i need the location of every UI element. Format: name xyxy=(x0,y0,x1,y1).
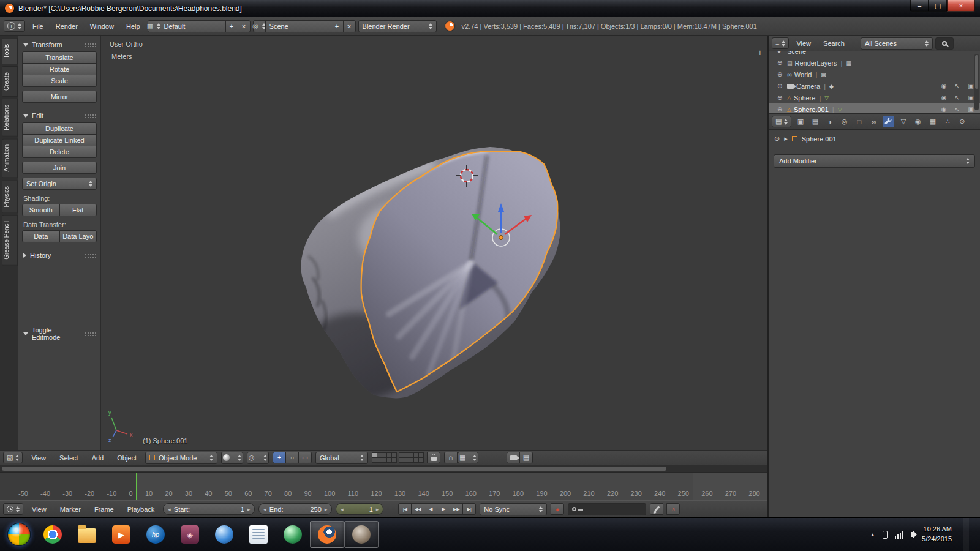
tab-world[interactable]: ◎ xyxy=(839,116,850,127)
history-panel-header[interactable]: History xyxy=(22,249,97,262)
join-button[interactable]: Join xyxy=(22,162,97,174)
operator-panel-header[interactable]: Toggle Editmode xyxy=(22,323,97,344)
taskbar-explorer[interactable] xyxy=(70,521,104,548)
pivot-point-selector[interactable]: ◎ xyxy=(247,452,269,464)
layer-grid-right[interactable] xyxy=(399,453,423,463)
outliner-filter-selector[interactable]: All Scenes xyxy=(861,37,933,50)
current-frame-playhead[interactable] xyxy=(136,473,137,500)
shade-flat-button[interactable]: Flat xyxy=(59,204,97,216)
expand-icon[interactable]: ⊕ xyxy=(777,106,785,113)
tab-object-data[interactable]: ▽ xyxy=(897,116,909,127)
titlebar[interactable]: Blender* [C:\Users\Robbie Bergeron\Docum… xyxy=(0,0,980,17)
timeline-marker-menu[interactable]: Marker xyxy=(55,504,86,515)
tab-scene[interactable]: ◑ xyxy=(824,116,835,127)
remove-layout-button[interactable]: × xyxy=(238,20,251,32)
outliner-scrollbar[interactable] xyxy=(974,54,979,110)
jump-to-start-button[interactable]: |◀ xyxy=(398,503,412,515)
render-still-button[interactable] xyxy=(507,452,520,463)
add-scene-button[interactable]: + xyxy=(331,20,344,32)
tab-particles[interactable]: ∴ xyxy=(941,116,953,127)
keying-set-field[interactable] xyxy=(568,503,646,515)
visibility-eye-icon[interactable]: ◉ xyxy=(938,106,949,113)
select-menu[interactable]: Select xyxy=(55,452,83,463)
timeline-playback-menu[interactable]: Playback xyxy=(123,504,160,515)
outliner-item-sphere[interactable]: ⊕ △ Sphere | ▽ ◉ ↖ ▣ xyxy=(769,92,980,103)
end-frame-field[interactable]: ◂ End: 250 ▸ xyxy=(258,503,332,515)
view-menu[interactable]: View xyxy=(26,452,51,463)
taskbar-blender[interactable] xyxy=(310,521,344,548)
timeline-editor-type-button[interactable] xyxy=(3,503,23,515)
play-button[interactable]: ▶ xyxy=(437,503,450,515)
mode-selector[interactable]: Object Mode xyxy=(145,452,217,464)
shade-smooth-button[interactable]: Smooth xyxy=(22,204,60,216)
clock[interactable]: 10:26 AM 5/24/2015 xyxy=(922,525,952,544)
tab-create[interactable]: Create xyxy=(2,66,18,97)
expand-icon[interactable]: ⊕ xyxy=(777,83,785,89)
insert-keyframe-button[interactable] xyxy=(650,503,663,515)
tab-animation[interactable]: Animation xyxy=(2,138,18,178)
timeline-frame-menu[interactable]: Frame xyxy=(89,504,119,515)
remove-scene-button[interactable]: × xyxy=(343,20,356,32)
3d-viewport[interactable]: x y z User Ortho Meters (1) Sphere.001 + xyxy=(101,36,767,450)
expand-icon[interactable]: ⊕ xyxy=(777,71,785,78)
start-button[interactable] xyxy=(7,523,31,546)
lock-to-scene-toggle[interactable] xyxy=(427,452,440,463)
selectability-arrow-icon[interactable]: ↖ xyxy=(952,83,963,89)
tab-render-layers[interactable]: ▤ xyxy=(809,116,821,127)
volume-icon[interactable] xyxy=(911,532,914,537)
panel-grip-icon[interactable] xyxy=(85,332,96,336)
panel-grip-icon[interactable] xyxy=(85,114,96,118)
edit-panel-header[interactable]: Edit xyxy=(22,109,97,122)
scrollbar-handle[interactable] xyxy=(975,55,978,89)
timeline-view-menu[interactable]: View xyxy=(27,504,51,515)
outliner-search-button[interactable] xyxy=(935,37,954,50)
taskbar-chrome[interactable] xyxy=(36,521,70,548)
scene-name[interactable]: Scene xyxy=(265,20,331,32)
visibility-eye-icon[interactable]: ◉ xyxy=(938,94,949,101)
taskbar-hp[interactable]: hp xyxy=(138,521,173,548)
scale-manipulator-toggle[interactable]: ▭ xyxy=(298,452,312,463)
show-hidden-icons-button[interactable]: ▲ xyxy=(870,532,875,538)
add-layout-button[interactable]: + xyxy=(225,20,238,32)
tab-texture[interactable]: ▦ xyxy=(927,116,938,127)
add-modifier-dropdown[interactable]: Add Modifier xyxy=(774,154,975,168)
outliner-item-camera[interactable]: ⊕ Camera | ◆ ◉ ↖ ▣ xyxy=(769,80,980,92)
screen-layout-name[interactable]: Default xyxy=(160,20,226,32)
timeline-scrollbar[interactable] xyxy=(0,465,767,473)
panel-grip-icon[interactable] xyxy=(85,43,96,47)
taskbar-wordpad[interactable] xyxy=(241,521,276,548)
next-keyframe-button[interactable]: ▶▶ xyxy=(450,503,463,515)
expand-icon[interactable]: ⊕ xyxy=(777,59,785,66)
properties-editor-type-button[interactable]: ▤ xyxy=(772,116,791,127)
menu-window[interactable]: Window xyxy=(85,21,119,32)
tab-tools[interactable]: Tools xyxy=(2,38,18,64)
tab-constraints[interactable]: ∞ xyxy=(868,116,880,127)
menu-help[interactable]: Help xyxy=(121,21,145,32)
play-reverse-button[interactable]: ◀ xyxy=(424,503,437,515)
delete-button[interactable]: Delete xyxy=(22,146,97,158)
mirror-button[interactable]: Mirror xyxy=(22,91,97,103)
tab-modifiers[interactable] xyxy=(883,116,894,127)
start-frame-field[interactable]: ◂ Start: 1 ▸ xyxy=(163,503,255,515)
taskbar-app-1[interactable]: ◈ xyxy=(173,521,207,548)
selectability-arrow-icon[interactable]: ↖ xyxy=(952,106,963,113)
outliner-search-menu[interactable]: Search xyxy=(818,38,850,49)
set-origin-menu[interactable]: Set Origin xyxy=(22,178,97,190)
taskbar-globe-app[interactable] xyxy=(207,521,241,548)
translate-manipulator-toggle[interactable]: + xyxy=(273,452,286,463)
rotate-button[interactable]: Rotate xyxy=(22,63,97,75)
tab-render[interactable]: ▣ xyxy=(794,116,806,127)
snap-toggle[interactable]: ∩ xyxy=(444,452,458,463)
delete-keyframe-button[interactable]: × xyxy=(666,503,680,515)
tab-material[interactable]: ◉ xyxy=(912,116,924,127)
tab-physics[interactable]: Physics xyxy=(2,180,18,213)
region-expand-icon[interactable]: + xyxy=(758,48,763,58)
timeline-ruler[interactable]: -50-40-30-20-100102030405060708090100110… xyxy=(0,473,767,500)
outliner-item-world[interactable]: ⊕ ◎ World | ▩ xyxy=(769,69,980,80)
scrollbar-handle[interactable] xyxy=(2,467,666,471)
maximize-button[interactable]: ▢ xyxy=(929,0,947,12)
pin-icon[interactable]: ⊙ xyxy=(774,135,780,142)
selectability-arrow-icon[interactable]: ↖ xyxy=(952,94,963,101)
info-editor-type-button[interactable]: i xyxy=(4,20,25,32)
transform-orientation-selector[interactable]: Global xyxy=(315,452,368,464)
